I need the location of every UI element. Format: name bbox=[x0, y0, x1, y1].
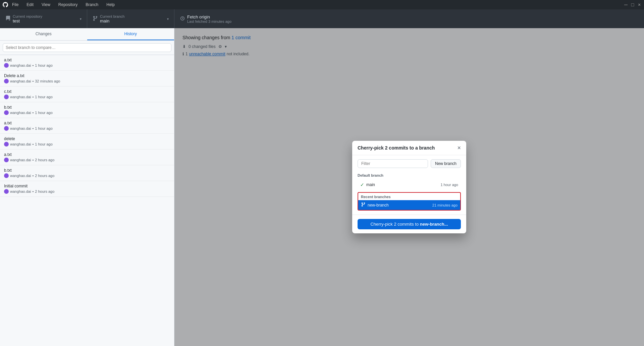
branch-icon bbox=[93, 16, 98, 22]
commit-author: wanghao.dai bbox=[10, 142, 31, 146]
modal-title: Cherry-pick 2 commits to a branch bbox=[358, 145, 435, 151]
recent-branch-name: new-branch bbox=[368, 203, 389, 208]
main-content: Changes History a.txt wanghao.dai • 1 ho… bbox=[0, 28, 644, 346]
list-item[interactable]: c.txt wanghao.dai • 1 hour ago bbox=[0, 86, 174, 102]
titlebar-controls: ─ □ × bbox=[624, 3, 641, 7]
titlebar: File Edit View Repository Branch Help ─ … bbox=[0, 0, 644, 9]
tab-changes[interactable]: Changes bbox=[0, 28, 87, 40]
list-item[interactable]: Delete a.txt wanghao.dai • 32 minutes ag… bbox=[0, 71, 174, 86]
cherry-pick-branch-text: new-branch... bbox=[420, 222, 448, 227]
content-area: Showing changes from 1 commit ⬇ 0 change… bbox=[174, 28, 644, 346]
commit-author: wanghao.dai bbox=[10, 158, 31, 162]
list-item[interactable]: delete wanghao.dai • 1 hour ago bbox=[0, 134, 174, 150]
avatar bbox=[4, 95, 9, 99]
menu-help[interactable]: Help bbox=[105, 2, 116, 7]
commit-meta: wanghao.dai • 1 hour ago bbox=[4, 63, 170, 68]
commit-time: 1 hour ago bbox=[35, 111, 53, 115]
maximize-button[interactable]: □ bbox=[631, 3, 635, 7]
branch-chevron-icon: ▾ bbox=[167, 17, 169, 21]
menu-repository[interactable]: Repository bbox=[57, 2, 79, 7]
cherry-pick-modal: Cherry-pick 2 commits to a branch × New … bbox=[352, 141, 466, 233]
check-icon: ✓ bbox=[360, 182, 364, 187]
titlebar-left: File Edit View Repository Branch Help bbox=[3, 2, 116, 7]
menu-file[interactable]: File bbox=[11, 2, 20, 7]
list-item[interactable]: Initial commit wanghao.dai • 2 hours ago bbox=[0, 181, 174, 197]
fetch-label: Fetch origin bbox=[187, 14, 231, 19]
commit-meta: wanghao.dai • 1 hour ago bbox=[4, 142, 170, 147]
toolbar: Current repository test ▾ Current branch… bbox=[0, 9, 644, 28]
avatar bbox=[4, 142, 9, 147]
branch-label: Current branch bbox=[100, 14, 124, 18]
modal-body: New branch Default branch ✓ main 1 hour … bbox=[352, 155, 466, 215]
commit-author: wanghao.dai bbox=[10, 126, 31, 130]
branch-filter-input[interactable] bbox=[358, 159, 428, 168]
modal-close-button[interactable]: × bbox=[457, 145, 461, 151]
menu-branch[interactable]: Branch bbox=[84, 2, 100, 7]
branch-compare bbox=[0, 41, 174, 55]
commit-title: b.txt bbox=[4, 105, 170, 110]
list-item[interactable]: a.txt wanghao.dai • 1 hour ago bbox=[0, 55, 174, 71]
commit-title: a.txt bbox=[4, 58, 170, 62]
commit-meta: wanghao.dai • 2 hours ago bbox=[4, 173, 170, 178]
recent-branch-item[interactable]: new-branch 21 minutes ago bbox=[358, 200, 460, 210]
modal-header: Cherry-pick 2 commits to a branch × bbox=[352, 141, 466, 155]
close-button[interactable]: × bbox=[637, 3, 641, 7]
avatar bbox=[4, 63, 9, 68]
menu-edit[interactable]: Edit bbox=[25, 2, 35, 7]
commit-time: 1 hour ago bbox=[35, 95, 53, 99]
filter-row: New branch bbox=[358, 159, 461, 168]
branch-selector[interactable]: Current branch main ▾ bbox=[87, 9, 174, 28]
cherry-pick-button[interactable]: Cherry-pick 2 commits to new-branch... bbox=[358, 219, 461, 229]
list-item[interactable]: a.txt wanghao.dai • 2 hours ago bbox=[0, 150, 174, 165]
repo-icon bbox=[5, 16, 11, 22]
repo-selector[interactable]: Current repository test ▾ bbox=[0, 9, 87, 28]
branch-name: main bbox=[100, 18, 124, 23]
avatar bbox=[4, 126, 9, 131]
fetch-icon bbox=[180, 16, 185, 22]
github-logo-icon bbox=[3, 2, 8, 7]
menu-view[interactable]: View bbox=[40, 2, 52, 7]
commit-title: delete bbox=[4, 136, 170, 141]
commit-author: wanghao.dai bbox=[10, 95, 31, 99]
commit-time: 1 hour ago bbox=[35, 63, 53, 67]
titlebar-menu: File Edit View Repository Branch Help bbox=[11, 2, 116, 7]
fetch-origin[interactable]: Fetch origin Last fetched 3 minutes ago bbox=[174, 9, 268, 28]
commit-time: 2 hours ago bbox=[35, 158, 54, 162]
sidebar: Changes History a.txt wanghao.dai • 1 ho… bbox=[0, 28, 174, 346]
commit-meta: wanghao.dai • 2 hours ago bbox=[4, 189, 170, 194]
minimize-button[interactable]: ─ bbox=[624, 3, 628, 7]
modal-footer: Cherry-pick 2 commits to new-branch... bbox=[352, 215, 466, 233]
recent-branches-label: Recent branches bbox=[358, 193, 460, 200]
avatar bbox=[4, 189, 9, 194]
avatar bbox=[4, 158, 9, 162]
commit-author: wanghao.dai bbox=[10, 63, 31, 67]
commit-title: Initial commit bbox=[4, 184, 170, 188]
commit-meta: wanghao.dai • 32 minutes ago bbox=[4, 79, 170, 83]
avatar bbox=[4, 110, 9, 115]
list-item[interactable]: b.txt wanghao.dai • 2 hours ago bbox=[0, 165, 174, 181]
list-item[interactable]: b.txt wanghao.dai • 1 hour ago bbox=[0, 102, 174, 118]
list-item[interactable]: a.txt wanghao.dai • 1 hour ago bbox=[0, 118, 174, 134]
default-branch-name: main bbox=[366, 182, 375, 187]
commit-title: a.txt bbox=[4, 121, 170, 125]
repo-label: Current repository bbox=[13, 14, 42, 18]
default-branch-item[interactable]: ✓ main 1 hour ago bbox=[358, 180, 461, 189]
commit-time: 2 hours ago bbox=[35, 189, 54, 193]
cherry-pick-action-text: Cherry-pick 2 commits to bbox=[370, 222, 419, 227]
recent-branches-box: Recent branches new-branch 21 minutes ag… bbox=[358, 192, 461, 211]
commit-title: b.txt bbox=[4, 168, 170, 173]
avatar bbox=[4, 173, 9, 178]
commit-title: a.txt bbox=[4, 152, 170, 157]
commit-time: 1 hour ago bbox=[35, 142, 53, 146]
commit-meta: wanghao.dai • 2 hours ago bbox=[4, 158, 170, 162]
tab-history[interactable]: History bbox=[87, 28, 174, 40]
commit-author: wanghao.dai bbox=[10, 189, 31, 193]
commit-author: wanghao.dai bbox=[10, 174, 31, 178]
sidebar-tabs: Changes History bbox=[0, 28, 174, 41]
branch-compare-input[interactable] bbox=[3, 43, 171, 52]
modal-overlay: Cherry-pick 2 commits to a branch × New … bbox=[174, 28, 644, 346]
fetch-time: Last fetched 3 minutes ago bbox=[187, 19, 231, 23]
new-branch-button[interactable]: New branch bbox=[431, 159, 461, 168]
commit-time: 32 minutes ago bbox=[35, 79, 60, 83]
commit-time: 2 hours ago bbox=[35, 174, 54, 178]
